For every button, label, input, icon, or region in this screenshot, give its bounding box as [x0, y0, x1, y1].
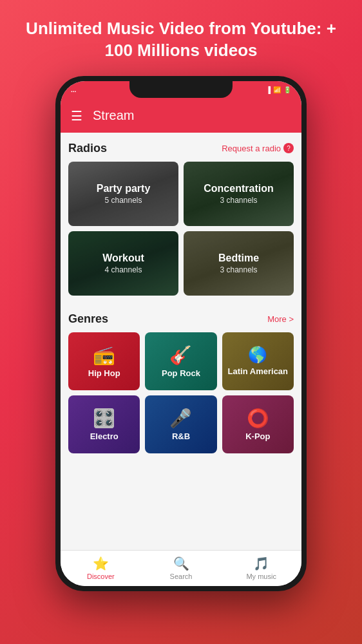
scroll-content: Radios Request a radio ? Party party 5 [61, 133, 301, 550]
radio-card-party[interactable]: Party party 5 channels [68, 162, 178, 226]
radio-concentration-subtitle: 3 channels [204, 196, 273, 205]
phone-screen: ... 9:39 AM ▐ 📶 🔋 ☰ Stream Radios Reques… [61, 81, 301, 586]
radios-header: Radios Request a radio ? [68, 133, 294, 162]
genres-more-link[interactable]: More > [267, 314, 294, 324]
radio-card-concentration-content: Concentration 3 channels [204, 182, 273, 205]
poprock-label: Pop Rock [162, 368, 200, 378]
wifi-icon: 📶 [273, 86, 281, 93]
genre-card-latin[interactable]: 🌎 Latin American [222, 332, 294, 390]
radios-title: Radios [68, 142, 107, 155]
request-radio-link[interactable]: Request a radio ? [222, 143, 294, 153]
signal-icon: ▐ [266, 86, 271, 93]
search-label: Search [170, 573, 193, 580]
genres-grid: 📻 Hip Hop 🎸 Pop Rock 🌎 Latin American [68, 332, 294, 453]
genres-section: Genres More > 📻 Hip Hop 🎸 Pop Rock [61, 303, 301, 461]
radio-card-concentration[interactable]: Concentration 3 channels [184, 162, 294, 226]
radio-card-party-content: Party party 5 channels [97, 182, 151, 205]
genre-card-poprock[interactable]: 🎸 Pop Rock [145, 332, 216, 390]
status-bar-right: ▐ 📶 🔋 [266, 86, 291, 93]
hiphop-icon: 📻 [93, 345, 115, 366]
rnb-label: R&B [172, 431, 190, 441]
radio-bedtime-subtitle: 3 channels [218, 265, 259, 274]
kpop-label: K-Pop [245, 431, 270, 441]
genre-card-rnb[interactable]: 🎤 R&B [145, 395, 216, 453]
app-bar: ☰ Stream [61, 99, 301, 133]
radio-concentration-title: Concentration [204, 182, 273, 194]
latin-icon: 🌎 [248, 346, 267, 364]
hamburger-icon[interactable]: ☰ [71, 108, 82, 124]
bottom-nav: ⭐ Discover 🔍 Search 🎵 My music [61, 550, 301, 586]
mymusic-icon: 🎵 [253, 556, 269, 571]
rnb-icon: 🎤 [169, 408, 192, 429]
request-radio-label: Request a radio [222, 144, 281, 153]
radio-workout-subtitle: 4 channels [102, 265, 144, 274]
request-radio-badge: ? [283, 143, 294, 153]
genre-card-kpop[interactable]: ⭕ K-Pop [222, 395, 294, 453]
mymusic-label: My music [246, 573, 276, 580]
electro-icon: 🎛️ [93, 408, 115, 429]
radio-card-workout-content: Workout 4 channels [102, 252, 144, 274]
genres-header: Genres More > [68, 303, 294, 332]
nav-discover[interactable]: ⭐ Discover [61, 551, 141, 586]
genres-title: Genres [68, 312, 108, 326]
radio-bedtime-title: Bedtime [218, 252, 259, 264]
radios-section: Radios Request a radio ? Party party 5 [61, 133, 301, 303]
phone-device: ... 9:39 AM ▐ 📶 🔋 ☰ Stream Radios Reques… [55, 76, 307, 591]
radio-grid: Party party 5 channels Concentration 3 c… [68, 162, 294, 296]
header-text: Unlimited Music Video from Youtube: + 10… [0, 0, 362, 76]
app-title: Stream [93, 108, 134, 123]
status-bar-left: ... [71, 86, 76, 93]
search-icon: 🔍 [173, 556, 189, 571]
discover-label: Discover [87, 573, 115, 580]
genre-card-hiphop[interactable]: 📻 Hip Hop [68, 332, 140, 390]
radio-party-title: Party party [97, 182, 151, 194]
kpop-icon: ⭕ [247, 408, 269, 429]
genre-card-electro[interactable]: 🎛️ Electro [68, 395, 140, 453]
radio-card-bedtime-content: Bedtime 3 channels [218, 252, 259, 274]
poprock-icon: 🎸 [169, 345, 192, 366]
hiphop-label: Hip Hop [88, 368, 120, 378]
nav-mymusic[interactable]: 🎵 My music [221, 551, 301, 586]
electro-label: Electro [90, 431, 119, 441]
nav-search[interactable]: 🔍 Search [141, 551, 222, 586]
radio-card-workout[interactable]: Workout 4 channels [68, 231, 178, 296]
battery-icon: 🔋 [283, 86, 291, 93]
radio-party-subtitle: 5 channels [97, 196, 151, 205]
radio-workout-title: Workout [102, 252, 144, 264]
discover-icon: ⭐ [93, 556, 109, 571]
phone-notch [129, 81, 233, 98]
radio-card-bedtime[interactable]: Bedtime 3 channels [184, 231, 294, 296]
latin-label: Latin American [228, 366, 288, 376]
